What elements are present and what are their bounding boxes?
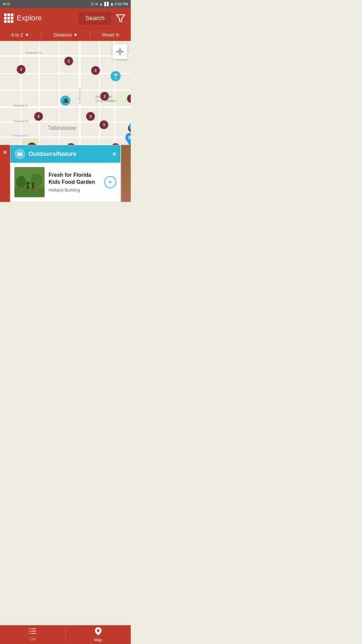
map-area[interactable]: Tennessee St Tennessee St Apalachee Pkwy… (0, 41, 131, 202)
card-header: Outdoors/Nature × (10, 145, 120, 163)
svg-marker-0 (117, 15, 125, 21)
svg-rect-5 (111, 93, 129, 105)
previous-card-close[interactable]: × (0, 145, 10, 202)
place-card: Outdoors/Nature × (10, 145, 121, 202)
svg-text:Tallahassee: Tallahassee (48, 125, 76, 131)
svg-point-49 (17, 152, 19, 154)
sort-reset[interactable]: Reset ↻ (102, 32, 120, 38)
battery-icon: ▮ (111, 2, 113, 6)
location-icon: ⊙ (91, 2, 94, 6)
card-header-left: Outdoors/Nature (14, 149, 76, 159)
card-info: Fresh for Florida Kids Food Garden Holla… (49, 172, 100, 193)
status-bar: ✉ ⊡ ⊙ N ▲ ▋▋ ▮ 3:56 PM (0, 0, 131, 8)
marker-cluster[interactable]: 2 (17, 65, 25, 74)
status-left: ✉ ⊡ (3, 2, 10, 6)
reset-icon: ↻ (116, 32, 120, 38)
svg-text:N Bronough St: N Bronough St (78, 89, 81, 104)
search-button[interactable]: Search (79, 12, 111, 24)
card-close-button[interactable]: × (112, 150, 116, 158)
svg-rect-55 (20, 187, 22, 192)
message-icon: ⊡ (7, 2, 10, 6)
sort-divider-2: | (89, 31, 91, 38)
sort-distance-icon: ▼ (73, 32, 78, 38)
status-right: ⊙ N ▲ ▋▋ ▮ 3:56 PM (91, 2, 128, 6)
page-title: Explore (17, 14, 75, 22)
svg-point-56 (30, 174, 42, 187)
svg-point-50 (20, 152, 22, 154)
svg-rect-7 (0, 55, 131, 57)
marker-place[interactable]: 🎩 (60, 96, 70, 106)
sort-distance[interactable]: Distance ▼ (54, 32, 78, 38)
filter-button[interactable] (115, 12, 127, 24)
mail-icon: ✉ (3, 2, 6, 6)
cards-area: × Outdoors/Nature (0, 145, 131, 202)
sort-atoz-label: A to Z (11, 32, 23, 38)
svg-text:W Gaines St: W Gaines St (13, 135, 26, 137)
marker-cluster[interactable]: 2 (34, 112, 43, 121)
marker-cluster[interactable]: 2 (100, 92, 109, 101)
marker-cluster[interactable]: 3 (100, 120, 108, 129)
marker-cluster[interactable]: 3 (91, 66, 100, 75)
place-image (14, 167, 45, 197)
svg-rect-53 (14, 187, 45, 197)
sort-atoz-icon: ▼ (25, 32, 29, 38)
locate-me-button[interactable] (113, 44, 127, 59)
outdoors-nature-icon (14, 149, 25, 159)
time-display: 3:56 PM (114, 2, 128, 6)
nfc-icon: N (95, 2, 98, 6)
svg-point-41 (119, 50, 121, 53)
sort-divider-1: | (41, 31, 42, 38)
svg-point-60 (32, 182, 34, 185)
add-to-list-button[interactable]: + (104, 176, 116, 188)
filter-icon (116, 13, 125, 23)
close-icon: × (3, 149, 7, 156)
svg-point-58 (26, 181, 29, 185)
svg-text:Tennessee St: Tennessee St (25, 51, 42, 54)
svg-rect-59 (26, 185, 29, 189)
wifi-icon: ▲ (99, 2, 103, 6)
sort-reset-label: Reset (102, 32, 114, 38)
svg-point-54 (16, 176, 26, 188)
sort-distance-label: Distance (54, 32, 72, 38)
svg-rect-9 (0, 90, 131, 91)
marker-cluster[interactable]: 2 (64, 57, 73, 65)
card-title: Fresh for Florida Kids Food Garden (49, 172, 100, 186)
card-category-title: Outdoors/Nature (28, 151, 76, 158)
marker-cluster[interactable]: 3 (86, 112, 95, 121)
svg-rect-61 (32, 185, 34, 189)
svg-rect-57 (35, 186, 37, 192)
app-header: Explore Search (0, 8, 131, 28)
svg-text:Pensacola St: Pensacola St (13, 104, 27, 107)
next-card-preview[interactable] (121, 145, 131, 202)
sort-bar: A to Z ▼ | Distance ▼ | Reset ↻ (0, 28, 131, 41)
card-content[interactable]: Fresh for Florida Kids Food Garden Holla… (10, 163, 120, 202)
marker-place[interactable]: 🍸 (111, 71, 121, 81)
card-subtitle: Holland Building (49, 187, 100, 193)
sort-atoz[interactable]: A to Z ▼ (11, 32, 29, 38)
signal-icon: ▋▋ (104, 2, 110, 6)
svg-text:W Madison St: W Madison St (13, 120, 28, 122)
grid-menu-icon[interactable] (4, 13, 13, 23)
